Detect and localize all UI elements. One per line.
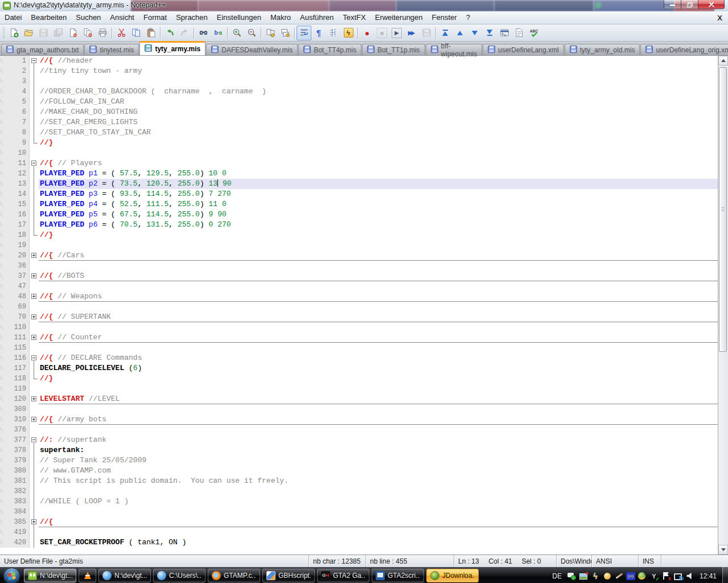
line-number[interactable]: 115: [3, 343, 30, 353]
line-number[interactable]: 420: [3, 537, 30, 548]
line-number[interactable]: 5: [3, 97, 30, 107]
replace-icon[interactable]: ba: [211, 26, 225, 40]
code-text[interactable]: [39, 384, 718, 394]
nav-first-icon[interactable]: [438, 26, 453, 40]
menu-item-ansicht[interactable]: Ansicht: [105, 11, 139, 24]
code-line-36[interactable]: 36: [0, 261, 718, 271]
line-number[interactable]: 20: [3, 251, 30, 261]
line-number[interactable]: 70: [3, 312, 30, 322]
code-text[interactable]: [39, 281, 718, 292]
code-line-5[interactable]: 5//FOLLOW_CAR_IN_CAR: [0, 97, 718, 107]
line-number[interactable]: 8: [3, 128, 30, 138]
code-text[interactable]: [39, 507, 718, 517]
code-line-111[interactable]: 111//{ // Counter: [0, 332, 718, 343]
line-number[interactable]: 380: [3, 466, 30, 476]
zoom-out-icon[interactable]: [244, 26, 259, 40]
line-number[interactable]: 3: [3, 76, 30, 87]
code-line-384[interactable]: 384: [0, 507, 718, 517]
menu-item-einstellungen[interactable]: Einstellungen: [212, 11, 266, 24]
fold-margin-marker[interactable]: [30, 517, 39, 527]
code-text[interactable]: [39, 148, 718, 158]
line-number[interactable]: 119: [3, 384, 30, 394]
code-pane[interactable]: 1//{ //header2//tiny tiny town - army34/…: [0, 56, 718, 555]
tab-bff-wipeout.mis[interactable]: bff-wipeout.mis: [426, 44, 482, 55]
code-line-37[interactable]: 37//{ //BOTS: [0, 271, 718, 281]
line-number[interactable]: 1: [3, 56, 30, 66]
save-macro-icon[interactable]: [419, 26, 434, 40]
code-text[interactable]: [39, 425, 718, 435]
taskbar-button-gta2scri[interactable]: GTA2scri...: [372, 569, 424, 582]
tab-tinytest.mis[interactable]: tinytest.mis: [84, 44, 139, 55]
code-line-420[interactable]: 420SET_CAR_ROCKETPROOF ( tank1, ON ): [0, 537, 718, 548]
code-text[interactable]: [39, 261, 718, 271]
code-line-115[interactable]: 115: [0, 343, 718, 353]
line-number[interactable]: 419: [3, 527, 30, 537]
line-number[interactable]: 385: [3, 517, 30, 527]
tab-Bot_TT4p.mis[interactable]: Bot_TT4p.mis: [298, 44, 361, 55]
code-line-19[interactable]: 19: [0, 240, 718, 251]
code-text[interactable]: [39, 240, 718, 251]
code-line-2[interactable]: 2//tiny tiny town - army: [0, 66, 718, 76]
code-line-14[interactable]: 14PLAYER_PED p3 = ( 93.5, 114.5, 255.0) …: [0, 189, 718, 199]
code-line-383[interactable]: 383//WHILE ( LOOP = 1 ): [0, 496, 718, 507]
code-text[interactable]: //: //supertank: [39, 435, 718, 445]
code-text[interactable]: [39, 322, 718, 332]
code-text[interactable]: [39, 343, 718, 353]
line-number[interactable]: 120: [3, 394, 30, 404]
line-number[interactable]: 18: [3, 230, 30, 240]
close-button[interactable]: [698, 0, 725, 9]
line-number[interactable]: 2: [3, 66, 30, 76]
code-text[interactable]: //{ //army bots: [39, 414, 718, 425]
code-line-6[interactable]: 6//MAKE_CHAR_DO_NOTHING: [0, 107, 718, 117]
tab-userDefineLang_orig.xml[interactable]: userDefineLang_orig.xml: [640, 44, 728, 55]
code-line-385[interactable]: 385//{: [0, 517, 718, 527]
fold-margin-marker[interactable]: [30, 271, 39, 281]
code-text[interactable]: [39, 76, 718, 87]
code-text[interactable]: PLAYER_PED p2 = ( 73.5, 120.5, 255.0) 13…: [39, 179, 718, 189]
line-number[interactable]: 69: [3, 302, 30, 312]
line-number[interactable]: 111: [3, 332, 30, 343]
code-text[interactable]: //{ //header: [39, 56, 718, 66]
menu-item-format[interactable]: Format: [139, 11, 171, 24]
menu-item-help[interactable]: ?: [462, 11, 475, 24]
code-text[interactable]: //{ // SUPERTANK: [39, 312, 718, 322]
code-line-377[interactable]: 377//: //supertank: [0, 435, 718, 445]
redo-icon[interactable]: [177, 26, 192, 40]
code-text[interactable]: [39, 302, 718, 312]
user-define-dialog-icon[interactable]: ϟ: [341, 26, 356, 40]
line-number[interactable]: 11: [3, 158, 30, 169]
fold-margin-marker[interactable]: [30, 251, 39, 261]
code-line-379[interactable]: 379// Super Tank 25/05/2009: [0, 455, 718, 466]
code-text[interactable]: PLAYER_PED p1 = ( 57.5, 129.5, 255.0) 10…: [39, 169, 718, 179]
close-file-icon[interactable]: [65, 26, 80, 40]
zoom-in-icon[interactable]: [229, 26, 244, 40]
nav-prev-icon[interactable]: [453, 26, 467, 40]
taskbar-button-n-dev-gt[interactable]: N:\dev\gt...: [98, 569, 151, 582]
code-line-378[interactable]: 378supertank:: [0, 445, 718, 455]
fold-margin-marker[interactable]: [30, 56, 39, 66]
ball-icon[interactable]: [602, 571, 612, 581]
line-number[interactable]: 110: [3, 322, 30, 332]
fold-margin-marker[interactable]: [30, 394, 39, 404]
code-text[interactable]: // This script is public domain. You can…: [39, 476, 718, 486]
line-number[interactable]: 117: [3, 363, 30, 373]
code-text[interactable]: //WHILE ( LOOP = 1 ): [39, 496, 718, 507]
restore-button[interactable]: [681, 0, 698, 9]
tab-Bot_TT1p.mis[interactable]: Bot_TT1p.mis: [362, 44, 425, 55]
line-number[interactable]: 382: [3, 486, 30, 496]
editor-empty-area[interactable]: [0, 548, 718, 555]
code-text[interactable]: [39, 486, 718, 496]
scroll-down-button[interactable]: [718, 545, 728, 555]
cut-icon[interactable]: [114, 26, 129, 40]
code-text[interactable]: [39, 404, 718, 414]
wireless-icon[interactable]: ((•)): [626, 572, 635, 580]
code-line-11[interactable]: 11//{ // Players: [0, 158, 718, 169]
code-text[interactable]: //MAKE_CHAR_DO_NOTHING: [39, 107, 718, 117]
code-line-3[interactable]: 3: [0, 76, 718, 87]
fold-margin-marker[interactable]: [30, 312, 39, 322]
line-number[interactable]: 383: [3, 496, 30, 507]
code-line-16[interactable]: 16PLAYER_PED p5 = ( 67.5, 114.5, 255.0) …: [0, 210, 718, 220]
code-line-9[interactable]: 9//}: [0, 138, 718, 148]
line-number[interactable]: 6: [3, 107, 30, 117]
code-line-8[interactable]: 8//SET_CHAR_TO_STAY_IN_CAR: [0, 128, 718, 138]
